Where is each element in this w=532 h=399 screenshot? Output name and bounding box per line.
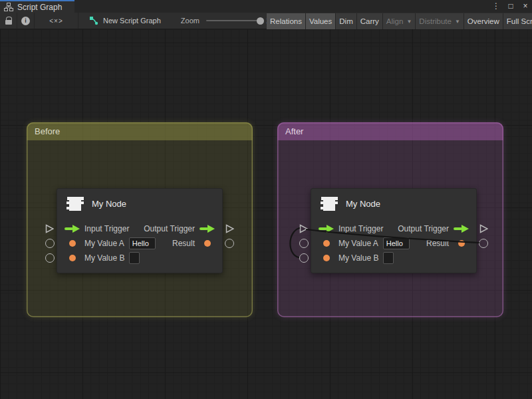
my-value-b-port[interactable]	[299, 253, 309, 263]
tab-script-graph[interactable]: Script Graph	[0, 0, 74, 13]
dim-button[interactable]: Dim	[336, 13, 356, 29]
my-value-a-port[interactable]	[45, 239, 55, 248]
value-b-input[interactable]	[129, 252, 140, 264]
unit-icon	[320, 196, 338, 212]
window-menu-icon[interactable]: ⋮	[492, 0, 500, 13]
control-output-icon[interactable]	[454, 225, 469, 233]
control-output-label: Output Trigger	[398, 224, 449, 233]
relations-button[interactable]: Relations	[267, 13, 306, 29]
code-preview-button[interactable]: <×>	[35, 13, 78, 29]
node-my-node-after[interactable]: My Node Input Trigger Output Trigger My …	[311, 188, 477, 273]
result-label: Result	[172, 239, 195, 248]
zoom-slider[interactable]	[206, 20, 261, 21]
zoom-label: Zoom	[181, 17, 200, 25]
graph-hierarchy-icon	[4, 3, 13, 11]
maximize-icon[interactable]: □	[507, 0, 515, 13]
control-output-label: Output Trigger	[144, 224, 195, 233]
node-title: My Node	[92, 199, 126, 209]
unit-icon	[66, 196, 84, 212]
tab-bar: Script Graph ⋮ □ ×	[0, 0, 532, 13]
value-a-label: My Value A	[338, 239, 378, 248]
group-before-title: Before	[35, 126, 60, 136]
control-input-icon[interactable]	[319, 225, 334, 233]
my-value-b-port[interactable]	[45, 253, 55, 263]
lock-icon	[5, 20, 12, 25]
value-b-port-icon[interactable]	[65, 255, 80, 261]
close-icon[interactable]: ×	[521, 0, 529, 13]
chevron-down-icon: ▼	[455, 19, 460, 25]
info-icon: i	[21, 17, 30, 25]
group-before-header[interactable]: Before	[27, 122, 253, 140]
value-b-label: My Value B	[338, 253, 378, 263]
overview-button[interactable]: Overview	[464, 13, 503, 29]
zoom-slider-handle[interactable]	[257, 17, 264, 25]
lock-button[interactable]	[0, 13, 17, 29]
toolbar-button-strip: Relations Values Dim Carry Align ▼ Distr…	[267, 13, 532, 29]
chevron-down-icon: ▼	[406, 19, 412, 25]
values-button[interactable]: Values	[306, 13, 336, 29]
control-input-label: Input Trigger	[338, 224, 383, 233]
align-button[interactable]: Align ▼	[383, 13, 416, 29]
fullscreen-button[interactable]: Full Screen	[503, 13, 532, 29]
value-a-input[interactable]	[129, 237, 156, 249]
result-port[interactable]	[225, 239, 234, 248]
result-port-icon[interactable]	[454, 240, 469, 247]
script-graph-icon	[89, 16, 98, 25]
graph-title-label[interactable]: New Script Graph	[103, 17, 161, 25]
code-icon: <×>	[49, 17, 63, 25]
distribute-button[interactable]: Distribute ▼	[416, 13, 464, 29]
value-b-label: My Value B	[84, 253, 124, 263]
input-trigger-port[interactable]	[45, 224, 54, 236]
tab-title: Script Graph	[17, 3, 62, 12]
group-after-header[interactable]: After	[277, 122, 503, 140]
result-port-icon[interactable]	[200, 240, 215, 247]
control-input-label: Input Trigger	[84, 224, 129, 233]
value-a-port-icon[interactable]	[65, 240, 80, 247]
control-output-icon[interactable]	[200, 225, 215, 233]
node-my-node-before[interactable]: My Node Input Trigger Output Trigger My …	[57, 188, 223, 273]
result-port[interactable]	[479, 239, 488, 248]
control-input-icon[interactable]	[65, 225, 80, 233]
value-b-input[interactable]	[383, 252, 394, 264]
input-trigger-port[interactable]	[299, 224, 308, 236]
output-trigger-port[interactable]	[225, 224, 234, 236]
value-b-port-icon[interactable]	[319, 255, 334, 261]
result-label: Result	[426, 239, 449, 248]
inspect-button[interactable]: i	[17, 13, 35, 29]
value-a-label: My Value A	[84, 239, 124, 248]
script-graph-window: Script Graph ⋮ □ × i <×> New Script Grap…	[0, 0, 532, 399]
value-a-input[interactable]	[383, 237, 410, 249]
my-value-a-port[interactable]	[299, 239, 309, 248]
value-a-port-icon[interactable]	[319, 240, 334, 247]
node-title: My Node	[346, 199, 380, 209]
graph-canvas[interactable]: Before After My Node Input Trigger	[0, 29, 532, 399]
output-trigger-port[interactable]	[479, 224, 488, 236]
carry-button[interactable]: Carry	[357, 13, 383, 29]
group-after-title: After	[285, 126, 303, 136]
